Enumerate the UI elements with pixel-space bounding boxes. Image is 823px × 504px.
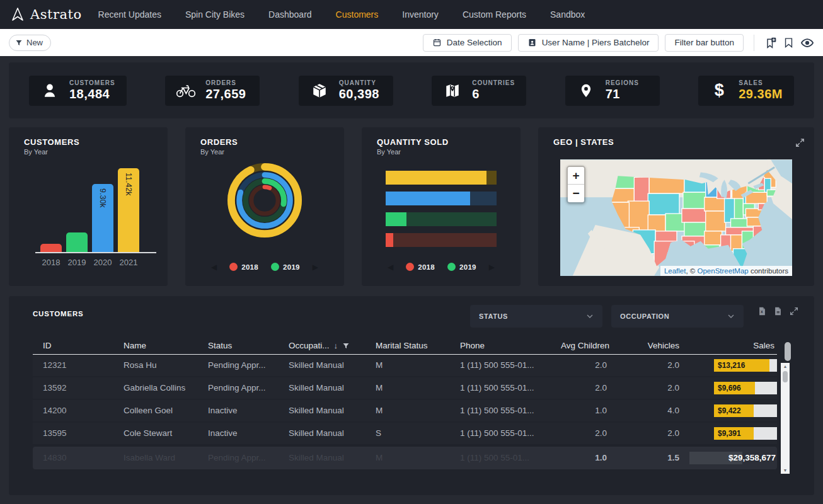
cell-id: 14200	[33, 400, 113, 421]
table-row[interactable]: 14200 Colleen Goel Inactive Skilled Manu…	[33, 400, 777, 423]
status-dropdown[interactable]: STATUS	[470, 305, 602, 328]
nav-item-spin-city-bikes[interactable]: Spin City Bikes	[185, 9, 245, 20]
kpi-card-regions[interactable]: REGIONS 71	[565, 76, 660, 106]
scroll-down-arrow[interactable]: ▼	[781, 468, 790, 472]
cell-id: 13595	[33, 423, 113, 444]
col-header-id[interactable]: ID	[33, 338, 113, 354]
filter-bar-button[interactable]: Filter bar button	[665, 34, 744, 52]
table-row[interactable]: 13595 Cole Stewart Inactive Skilled Manu…	[33, 423, 777, 445]
excel-file-icon: X	[757, 306, 767, 316]
col-header-phone[interactable]: Phone	[450, 338, 551, 354]
hbar-2019[interactable]	[386, 212, 497, 226]
table-scrollbar[interactable]: ▲ ▼	[781, 363, 790, 474]
cell-status: Inactive	[198, 423, 279, 444]
bar-2018[interactable]	[40, 244, 62, 252]
bar-value-label: 11.42k	[124, 173, 133, 196]
nav-item-recent-updates[interactable]: Recent Updates	[98, 9, 161, 20]
col-header-vehicles[interactable]: Vehicles	[617, 338, 689, 354]
user-name-label: User Name | Piers Batchelor	[542, 38, 650, 47]
bookmark-button[interactable]	[783, 37, 794, 48]
legend-item-2018[interactable]: 2018	[229, 263, 258, 271]
view-button[interactable]	[800, 36, 814, 50]
logo[interactable]: Astrato	[10, 7, 82, 22]
customers-chart-panel: CUSTOMERS By Year 9.30k 11.42k 2018 2019	[9, 127, 168, 286]
occupation-dropdown[interactable]: OCCUPATION	[611, 305, 744, 328]
orders-chart-panel: ORDERS By Year	[185, 127, 344, 286]
new-filter-button[interactable]: New	[9, 35, 51, 51]
bar-2019[interactable]	[66, 232, 88, 252]
legend-next-arrow[interactable]: ▶	[313, 263, 318, 271]
scrollbar-thumb[interactable]	[783, 371, 788, 382]
osm-link[interactable]: OpenStreetMap	[698, 267, 749, 275]
user-name-button[interactable]: User Name | Piers Batchelor	[518, 34, 659, 52]
leaflet-link[interactable]: Leaflet	[664, 267, 686, 275]
date-selection-button[interactable]: Date Selection	[423, 34, 512, 52]
kpi-card-orders[interactable]: ORDERS 27,659	[165, 76, 260, 106]
table-row[interactable]: 13592 Gabriella Collins Pending Appr... …	[33, 377, 777, 400]
bicycle-icon	[175, 83, 197, 99]
nav-item-inventory[interactable]: Inventory	[402, 9, 439, 20]
total-avg-children: 1.0	[551, 447, 617, 469]
hbar-2018[interactable]	[386, 233, 497, 247]
zoom-in-button[interactable]: +	[568, 167, 584, 185]
kpi-card-quantity[interactable]: QUANTITY 60,398	[299, 76, 393, 106]
kpi-card-sales[interactable]: $ SALES 29.36M	[698, 76, 794, 106]
bar-value-label: 9.30k	[98, 188, 107, 208]
orders-radial-chart[interactable]	[227, 163, 302, 238]
scroll-up-arrow[interactable]: ▲	[781, 364, 790, 369]
table-row[interactable]: 12321 Rosa Hu Pending Appr... Skilled Ma…	[33, 355, 777, 377]
legend-prev-arrow[interactable]: ◀	[211, 263, 217, 271]
col-header-avg-children[interactable]: Avg Children	[551, 338, 617, 354]
bookmark-add-button[interactable]	[764, 37, 777, 49]
export-excel-button[interactable]: X	[757, 306, 767, 316]
filter-bar-label: Filter bar button	[674, 38, 734, 47]
legend-prev-arrow[interactable]: ◀	[388, 263, 393, 271]
export-doc-button[interactable]	[773, 306, 783, 316]
expand-icon[interactable]	[795, 137, 805, 151]
col-header-sales[interactable]: Sales	[689, 338, 777, 354]
cell-marital: M	[365, 355, 450, 376]
zoom-out-button[interactable]: −	[568, 185, 584, 202]
hbar-2021[interactable]	[386, 171, 497, 185]
col-header-status[interactable]: Status	[198, 338, 279, 354]
map-title: GEO | STATES	[538, 137, 629, 147]
hbar-2020[interactable]	[386, 192, 497, 205]
cell-avg-children: 2.0	[551, 355, 617, 376]
cell-sales: $9,696	[689, 377, 777, 399]
cell-phone: 1 (11) 500 555-01...	[450, 355, 551, 376]
bar-2021[interactable]: 11.42k	[118, 168, 139, 252]
cell-id: 12321	[33, 355, 113, 376]
cell-name: Colleen Goel	[113, 400, 198, 421]
bar-2020[interactable]: 9.30k	[92, 184, 113, 252]
col-header-occupation[interactable]: Occupati... ↓	[279, 338, 365, 354]
customers-table: ID Name Status Occupati... ↓ Marital Sta…	[33, 338, 777, 469]
us-states-map[interactable]: + − Leaflet, © OpenStreetMap contributor…	[560, 159, 792, 276]
legend-item-2018[interactable]: 2018	[406, 263, 435, 271]
tick-label: 2020	[92, 258, 113, 267]
nav-item-customers[interactable]: Customers	[336, 9, 379, 20]
col-header-marital[interactable]: Marital Status	[365, 338, 450, 354]
table-totals-row: 14830 Isabella Ward Pending Appr... Skil…	[33, 447, 777, 469]
table-header-row: ID Name Status Occupati... ↓ Marital Sta…	[33, 338, 777, 355]
sales-value: $9,422	[718, 404, 741, 417]
legend-label: 2018	[241, 263, 258, 271]
x-axis-labels: 2018 2019 2020 2021	[40, 258, 153, 267]
kpi-label: QUANTITY	[339, 79, 379, 86]
kpi-card-customers[interactable]: CUSTOMERS 18,484	[29, 76, 127, 106]
nav-item-sandbox[interactable]: Sandbox	[550, 9, 585, 20]
kpi-card-countries[interactable]: COUNTRIES 6	[432, 76, 526, 106]
quantity-chart-panel: QUANTITY SOLD By Year ◀ 2018	[362, 127, 521, 286]
legend-next-arrow[interactable]: ▶	[489, 263, 495, 271]
box-icon	[309, 83, 330, 99]
col-header-name[interactable]: Name	[113, 338, 198, 354]
column-filter-icon[interactable]	[342, 342, 350, 350]
table-expand-button[interactable]	[789, 306, 799, 316]
legend-item-2019[interactable]: 2019	[271, 263, 300, 271]
quantity-legend: ◀ 2018 2019 ▶	[362, 263, 521, 286]
sort-desc-icon[interactable]: ↓	[334, 338, 338, 354]
outer-scrollbar-thumb[interactable]	[785, 342, 791, 361]
geo-map-panel: GEO | STATES	[538, 127, 814, 286]
nav-item-custom-reports[interactable]: Custom Reports	[463, 9, 526, 20]
nav-item-dashboard[interactable]: Dashboard	[268, 9, 312, 20]
legend-item-2019[interactable]: 2019	[447, 263, 476, 271]
